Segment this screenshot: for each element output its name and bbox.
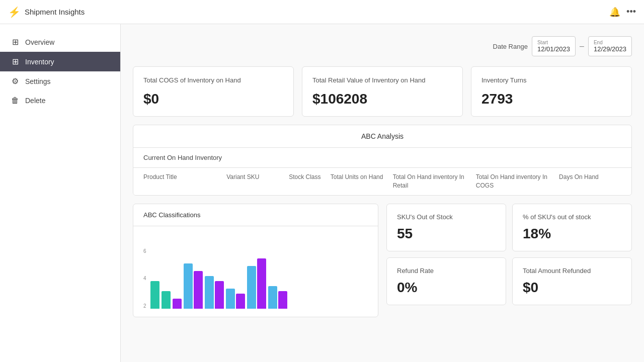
bar [236,294,245,309]
col-days-on-hand: Days On Hand [559,173,621,190]
sidebar-item-label: Inventory [25,58,54,66]
card-title: Total COGS of Inventory on Hand [143,76,283,85]
end-date-field[interactable]: End 12/29/2023 [588,36,632,56]
end-label: End [594,40,626,45]
abc-analysis-header: ABC Analysis [133,125,631,148]
date-range-section: Date Range Start 12/01/2023 – End 12/29/… [133,36,632,56]
card-title: Total Retail Value of Inventory on Hand [312,76,452,85]
sidebar-item-label: Delete [25,97,45,105]
stat-card-skus-out-of-stock: SKU's Out of Stock 55 [386,204,506,251]
sidebar: ⊞ Overview ⊞ Inventory ⚙ Settings 🗑 Dele… [0,24,121,362]
sidebar-item-label: Overview [25,38,54,46]
topbar-left: ⚡ Shipment Insights [8,6,85,18]
overview-icon: ⊞ [10,37,20,47]
bar-group-7 [247,258,266,309]
top-cards-row: Total COGS of Inventory on Hand $0 Total… [133,66,632,117]
right-stats-row2: Refund Rate 0% Total Amount Refunded $0 [386,257,632,305]
end-date-value: 12/29/2023 [594,45,626,53]
stat-value: 55 [397,226,496,242]
bar [162,291,171,309]
topbar: ⚡ Shipment Insights 🔔 ••• [0,0,644,24]
sidebar-item-delete[interactable]: 🗑 Delete [0,91,120,110]
current-on-hand-header: Current On Hand Inventory [133,148,631,168]
bar-group-2 [162,291,171,309]
start-label: Start [537,40,570,45]
start-date-field[interactable]: Start 12/01/2023 [532,36,576,56]
bar-group-4 [184,263,203,309]
bar-group-5 [205,276,224,309]
table-header-row: Product Title Variant SKU Stock Class To… [133,168,631,195]
right-stats: SKU's Out of Stock 55 % of SKU's out of … [386,204,632,317]
bar [205,276,214,309]
col-variant-sku: Variant SKU [226,173,289,190]
bar [173,299,182,309]
bar [226,289,235,309]
abc-chart-area: 6 4 2 [133,226,378,317]
stat-value: 0% [397,280,496,296]
bar [278,291,287,309]
stat-card-pct-out-of-stock: % of SKU's out of stock 18% [512,204,632,251]
abc-classifications-title: ABC Classifications [133,204,378,226]
delete-icon: 🗑 [10,96,20,105]
y-label-4: 4 [143,276,146,281]
bar-group-1 [150,281,159,309]
card-inventory-turns: Inventory Turns 2793 [471,66,632,117]
layout: ⊞ Overview ⊞ Inventory ⚙ Settings 🗑 Dele… [0,24,644,362]
y-label-6: 6 [143,248,146,254]
main-content: Date Range Start 12/01/2023 – End 12/29/… [121,24,644,362]
bar-group-6 [226,289,245,309]
bar [194,271,203,309]
right-stats-row1: SKU's Out of Stock 55 % of SKU's out of … [386,204,632,251]
app-logo-icon: ⚡ [8,6,21,18]
card-total-cogs: Total COGS of Inventory on Hand $0 [133,66,294,117]
abc-analysis-section: ABC Analysis Current On Hand Inventory P… [133,125,632,196]
y-label-2: 2 [143,303,146,309]
card-value: $0 [143,91,283,107]
stat-title: SKU's Out of Stock [397,213,496,221]
col-on-hand-cogs: Total On Hand inventory In COGS [476,173,559,190]
col-product-title: Product Title [143,173,226,190]
bar-group-3 [173,299,182,309]
col-stock-class: Stock Class [289,173,331,190]
stat-card-refund-rate: Refund Rate 0% [386,257,506,305]
stat-card-total-amount-refunded: Total Amount Refunded $0 [512,257,632,305]
stat-title: Total Amount Refunded [523,267,621,275]
date-separator: – [580,42,584,51]
sidebar-item-settings[interactable]: ⚙ Settings [0,71,120,91]
stat-value: 18% [523,226,621,242]
chart-bars [150,248,368,309]
stat-value: $0 [523,280,621,296]
settings-icon: ⚙ [10,76,20,86]
sidebar-item-inventory[interactable]: ⊞ Inventory [0,52,120,71]
bar [215,281,224,309]
card-title: Inventory Turns [481,76,621,85]
bar [247,266,256,309]
card-value: 2793 [481,91,621,107]
stat-title: % of SKU's out of stock [523,213,621,221]
bar [150,281,159,309]
app-title: Shipment Insights [25,8,85,16]
bar [257,258,266,309]
chart-y-axis: 6 4 2 [143,248,146,309]
card-value: $106208 [312,91,452,107]
col-total-units: Total Units on Hand [331,173,393,190]
bar-group-8 [268,286,287,309]
sidebar-item-label: Settings [25,77,51,85]
bottom-grid: ABC Classifications 6 4 2 [133,204,632,317]
bar [268,286,277,309]
sidebar-item-overview[interactable]: ⊞ Overview [0,32,120,52]
date-range-label: Date Range [493,43,528,50]
bar [184,263,193,309]
stat-title: Refund Rate [397,267,496,275]
notification-icon[interactable]: 🔔 [609,7,620,18]
abc-classifications-card: ABC Classifications 6 4 2 [133,204,378,317]
card-total-retail: Total Retail Value of Inventory on Hand … [302,66,463,117]
inventory-icon: ⊞ [10,57,20,66]
start-date-value: 12/01/2023 [537,45,570,53]
more-options-icon[interactable]: ••• [626,7,636,17]
col-on-hand-retail: Total On Hand inventory In Retail [393,173,476,190]
topbar-right: 🔔 ••• [609,7,636,18]
